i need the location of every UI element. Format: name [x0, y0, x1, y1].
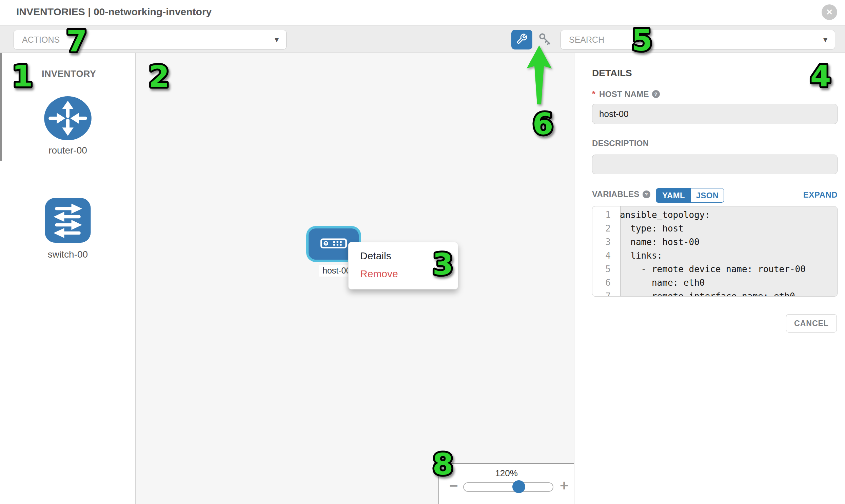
- description-input[interactable]: [592, 155, 838, 174]
- actions-dropdown-label: ACTIONS: [22, 30, 60, 49]
- line-number: 1: [592, 208, 615, 222]
- app-header: INVENTORIES | 00-networking-inventory ✕: [0, 0, 845, 25]
- palette-item-router[interactable]: [42, 94, 93, 144]
- variables-row: VARIABLES ? YAML JSON EXPAND: [592, 190, 838, 199]
- toolbar: ACTIONS ▾ SEARCH ▾: [0, 25, 845, 53]
- expand-link[interactable]: EXPAND: [803, 190, 838, 200]
- search-dropdown-label: SEARCH: [569, 30, 604, 49]
- code-text: remote_interface_name: eth0: [615, 289, 795, 296]
- zoom-slider-thumb[interactable]: [512, 480, 525, 493]
- menu-item-details[interactable]: Details: [349, 247, 458, 265]
- palette-item-label: router-00: [0, 145, 136, 156]
- line-number: 2: [592, 222, 615, 235]
- help-glyph: ?: [654, 91, 657, 97]
- code-line: 6 name: eth0: [592, 276, 837, 289]
- close-icon[interactable]: ✕: [822, 4, 837, 20]
- palette-item-switch[interactable]: [43, 196, 92, 246]
- scrollbar[interactable]: [0, 53, 2, 161]
- code-line: 2 type: host: [592, 222, 837, 235]
- actions-dropdown[interactable]: ACTIONS ▾: [14, 30, 286, 50]
- host-name-input[interactable]: [592, 104, 838, 124]
- tab-json[interactable]: JSON: [691, 188, 724, 202]
- context-menu: Details Remove: [348, 242, 458, 289]
- zoom-out-button[interactable]: −: [449, 478, 458, 493]
- code-text: name: host-00: [615, 235, 700, 249]
- help-glyph: ?: [645, 192, 648, 197]
- description-label: DESCRIPTION: [592, 139, 649, 148]
- code-line: 1 ansible_topology:: [592, 208, 837, 222]
- tools-button[interactable]: [511, 30, 532, 50]
- router-icon: [42, 138, 93, 143]
- panel-heading: DETAILS: [592, 68, 632, 79]
- palette-item-label: switch-00: [0, 249, 136, 260]
- code-line: 5 - remote_device_name: router-00: [592, 262, 837, 276]
- close-glyph: ✕: [826, 7, 833, 17]
- line-number: 7: [592, 289, 615, 296]
- help-icon[interactable]: ?: [652, 90, 660, 98]
- tab-yaml[interactable]: YAML: [656, 188, 691, 202]
- code-text: - remote_device_name: router-00: [615, 262, 806, 276]
- host-icon: [320, 238, 347, 250]
- code-line: 7 remote_interface_name: eth0: [592, 289, 837, 296]
- description-label-row: DESCRIPTION: [592, 139, 649, 148]
- inventory-topology-screen: INVENTORIES | 00-networking-inventory ✕ …: [0, 0, 845, 504]
- zoom-slider[interactable]: [463, 482, 553, 492]
- line-number: 4: [592, 249, 615, 262]
- zoom-level: 120%: [439, 468, 574, 479]
- search-dropdown[interactable]: SEARCH ▾: [561, 30, 835, 50]
- details-panel: DETAILS * HOST NAME ? DESCRIPTION VARIAB…: [575, 53, 845, 504]
- code-text: name: eth0: [615, 276, 705, 289]
- variables-label: VARIABLES: [592, 190, 639, 199]
- code-text: links:: [615, 249, 662, 262]
- host-name-label-row: * HOST NAME ?: [592, 89, 660, 99]
- line-number: 6: [592, 276, 615, 289]
- cancel-button[interactable]: CANCEL: [786, 314, 837, 332]
- code-text: ansible_topology:: [615, 208, 710, 222]
- variables-format-toggle: YAML JSON: [656, 188, 724, 203]
- code-line: 4 links:: [592, 249, 837, 262]
- sidebar-heading: INVENTORY: [42, 69, 96, 79]
- host-name-label: HOST NAME: [599, 89, 649, 99]
- menu-item-remove[interactable]: Remove: [349, 265, 458, 283]
- key-button[interactable]: [538, 33, 553, 48]
- wrench-icon: [516, 33, 528, 46]
- switch-icon: [43, 240, 92, 246]
- help-icon[interactable]: ?: [642, 191, 650, 198]
- code-line: 3 name: host-00: [592, 235, 837, 249]
- chevron-down-icon: ▾: [275, 30, 279, 49]
- key-icon: [538, 32, 552, 48]
- line-number: 5: [592, 262, 615, 276]
- code-text: type: host: [615, 222, 684, 235]
- line-number: 3: [592, 235, 615, 249]
- variables-code-editor[interactable]: 1 ansible_topology: 2 type: host 3 name:…: [592, 206, 838, 296]
- zoom-control: 120% − +: [438, 463, 574, 504]
- chevron-down-icon: ▾: [823, 30, 827, 49]
- inventory-sidebar: INVENTORY router-00: [0, 53, 136, 504]
- required-asterisk: *: [592, 89, 595, 99]
- page-title: INVENTORIES | 00-networking-inventory: [16, 6, 212, 18]
- zoom-in-button[interactable]: +: [560, 478, 569, 493]
